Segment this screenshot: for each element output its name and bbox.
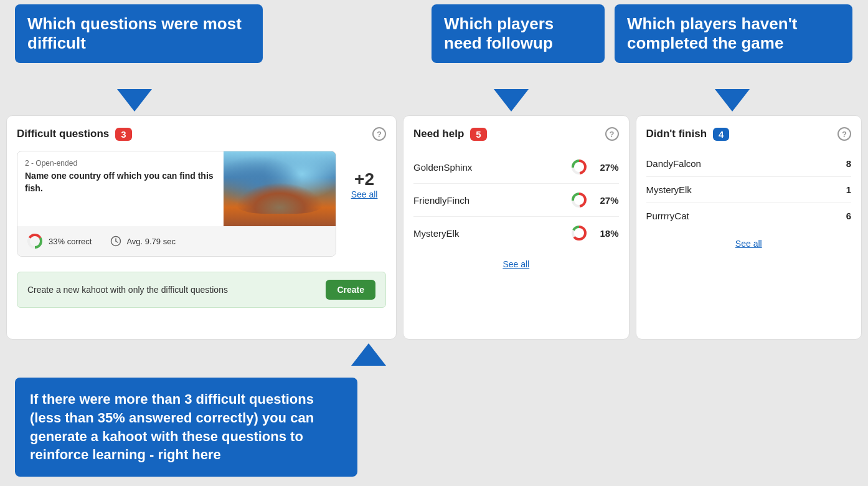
finish-num-2: 1 [846, 184, 851, 195]
need-help-icon[interactable]: ? [605, 127, 619, 141]
question-preview-wrap: 2 - Open-ended Name one country off whic… [17, 151, 336, 265]
create-bar: Create a new kahoot with only the diffic… [17, 272, 386, 308]
tooltip-followup-text: Which players need followup [444, 14, 554, 52]
need-help-players-list: GoldenSphinx 27% FriendlyFinch [413, 151, 618, 249]
difficult-badge: 3 [115, 128, 131, 141]
didnt-finish-help-icon[interactable]: ? [837, 127, 851, 141]
question-text: Name one country off which you can find … [25, 170, 216, 194]
didnt-finish-card: Didn't finish 4 ? DandyFalcon 8 MysteryE… [636, 115, 862, 340]
didnt-finish-title-group: Didn't finish 4 [646, 128, 730, 141]
finish-row: DandyFalcon 8 [646, 151, 851, 177]
correct-stat: 33% correct [26, 232, 92, 250]
tooltip-difficult: Which questions were most difficult [15, 4, 263, 63]
need-help-see-all[interactable]: See all [413, 259, 618, 269]
need-help-title-group: Need help 5 [413, 128, 487, 141]
question-content: 2 - Open-ended Name one country off whic… [17, 151, 336, 226]
difficult-card-title: Difficult questions [17, 128, 109, 140]
finish-name-3: PurrrryCat [646, 211, 846, 221]
didnt-finish-see-all[interactable]: See all [646, 239, 851, 249]
question-preview: 2 - Open-ended Name one country off whic… [17, 151, 336, 257]
difficult-see-all[interactable]: See all [351, 189, 378, 199]
player-pct-2: 27% [594, 195, 619, 206]
didnt-finish-badge: 4 [713, 128, 729, 141]
difficult-help-icon[interactable]: ? [372, 127, 386, 141]
create-button[interactable]: Create [326, 280, 375, 300]
need-help-card: Need help 5 ? GoldenSphinx 27% [403, 115, 629, 340]
player-name-1: GoldenSphinx [413, 162, 570, 173]
didnt-finish-players-list: DandyFalcon 8 MysteryElk 1 PurrrryCat 6 [646, 151, 851, 229]
finish-num-1: 8 [846, 158, 851, 169]
question-text-area: 2 - Open-ended Name one country off whic… [17, 151, 224, 226]
need-help-title: Need help [413, 128, 464, 140]
correct-pct-text: 33% correct [49, 237, 92, 246]
tooltip-notcompleted-text: Which players haven't completed the game [627, 14, 797, 52]
difficult-questions-card: Difficult questions 3 ? 2 - Open-ended N… [6, 115, 397, 340]
finish-name-1: DandyFalcon [646, 158, 846, 169]
player-pct-1: 27% [594, 162, 619, 173]
tooltip-followup: Which players need followup [432, 4, 605, 63]
difficult-title-group: Difficult questions 3 [17, 128, 132, 141]
need-help-badge: 5 [470, 128, 486, 141]
arrow-down-followup [494, 89, 529, 112]
svg-line-5 [116, 241, 118, 242]
create-bar-text: Create a new kahoot with only the diffic… [27, 285, 228, 295]
player-pct-3: 18% [594, 228, 619, 239]
cards-area: Difficult questions 3 ? 2 - Open-ended N… [6, 115, 862, 340]
arrow-down-difficult [117, 89, 152, 112]
need-help-see-all-wrap: See all [413, 259, 618, 269]
player-row: MysteryElk 18% [413, 217, 618, 249]
didnt-finish-title: Didn't finish [646, 128, 707, 140]
finish-num-3: 6 [846, 211, 851, 221]
question-image [224, 151, 336, 226]
question-stats: 33% correct Avg. 9.79 sec [17, 226, 336, 256]
player-name-3: MysteryElk [413, 228, 570, 239]
avg-time-text: Avg. 9.79 sec [126, 237, 176, 246]
need-help-header: Need help 5 ? [413, 127, 618, 141]
plus-area: +2 See all [342, 151, 386, 199]
tooltip-bottom: If there were more than 3 difficult ques… [15, 378, 357, 477]
tooltip-difficult-text: Which questions were most difficult [27, 14, 242, 52]
finish-row: PurrrryCat 6 [646, 203, 851, 229]
finish-row: MysteryElk 1 [646, 177, 851, 203]
player-row: GoldenSphinx 27% [413, 151, 618, 184]
player-donut-3 [570, 224, 588, 242]
plus-more-num: +2 [354, 169, 374, 189]
arrow-down-notcompleted [715, 89, 750, 112]
didnt-finish-header: Didn't finish 4 ? [646, 127, 851, 141]
difficult-card-header: Difficult questions 3 ? [17, 127, 386, 141]
correct-donut [26, 232, 44, 250]
player-donut-1 [570, 158, 588, 176]
avg-stat: Avg. 9.79 sec [110, 236, 176, 247]
player-row: FriendlyFinch 27% [413, 184, 618, 217]
tooltip-notcompleted: Which players haven't completed the game [615, 4, 852, 63]
player-name-2: FriendlyFinch [413, 195, 570, 206]
clock-icon [110, 236, 121, 247]
question-label: 2 - Open-ended [25, 159, 216, 168]
didnt-finish-see-all-wrap: See all [646, 239, 851, 249]
arrow-up-bottom [351, 343, 386, 366]
main-container: Which questions were most difficult Whic… [0, 0, 868, 486]
player-donut-2 [570, 191, 588, 209]
tooltip-bottom-text: If there were more than 3 difficult ques… [30, 391, 314, 462]
finish-name-2: MysteryElk [646, 184, 846, 195]
question-main-area: 2 - Open-ended Name one country off whic… [17, 151, 386, 265]
